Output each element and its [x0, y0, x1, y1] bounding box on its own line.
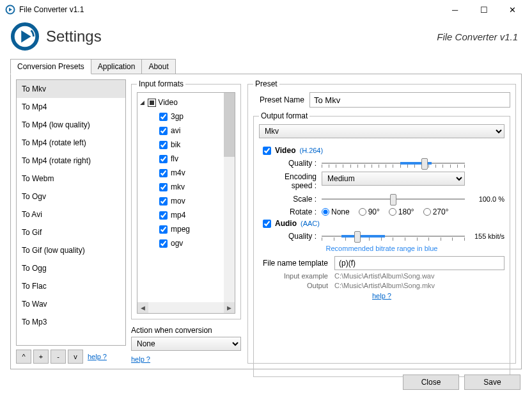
format-checkbox[interactable]	[159, 113, 168, 121]
list-item[interactable]: To Wav	[17, 295, 125, 313]
move-down-button[interactable]: v	[68, 350, 83, 364]
output-format-group: Output format Mkv Video (H.264) Quality …	[253, 111, 510, 377]
tab-conversion-presets[interactable]: Conversion Presets	[10, 59, 91, 74]
rotate-180[interactable]: 180°	[389, 207, 414, 216]
recommended-note: Recommended bitrate range in blue	[259, 245, 505, 252]
format-checkbox[interactable]	[159, 141, 168, 149]
preset-list-buttons: ^ + - v help ?	[16, 350, 126, 364]
audio-enable-checkbox[interactable]	[263, 220, 271, 228]
horizontal-scrollbar[interactable]: ◀▶	[137, 302, 235, 313]
video-enable-checkbox[interactable]	[263, 147, 271, 155]
tree-item[interactable]: flv	[140, 152, 235, 166]
window-title: File Converter v1.1	[19, 5, 441, 14]
close-button[interactable]: Close	[403, 375, 459, 390]
input-example-label: Input example	[259, 272, 334, 280]
list-item[interactable]: To Flac	[17, 277, 125, 295]
checkbox-mixed-icon[interactable]	[148, 99, 156, 107]
template-label: File name template	[259, 259, 334, 268]
brand-label: File Converter v1.1	[102, 31, 522, 42]
list-item[interactable]: To Webm	[17, 170, 125, 188]
preset-column: Preset Preset Name Output format Mkv Vid…	[247, 79, 516, 364]
video-label: Video	[275, 146, 295, 155]
move-up-button[interactable]: ^	[16, 350, 31, 364]
rotate-270[interactable]: 270°	[423, 207, 449, 216]
list-item[interactable]: To Gif	[17, 223, 125, 241]
rotate-90[interactable]: 90°	[359, 207, 380, 216]
list-item[interactable]: To Mp4 (rotate left)	[17, 134, 125, 152]
encoding-speed-label: Encoding speed :	[263, 172, 322, 190]
titlebar: File Converter v1.1 ─ ☐ ✕	[0, 0, 532, 19]
tree-item[interactable]: mpeg	[140, 222, 235, 236]
video-category: Video (H.264)	[263, 146, 505, 155]
list-item[interactable]: To Ogg	[17, 259, 125, 277]
help-link[interactable]: help ?	[131, 355, 150, 363]
tree-item[interactable]: mkv	[140, 180, 235, 194]
tree-root[interactable]: ◢ Video	[140, 95, 235, 109]
format-checkbox[interactable]	[159, 239, 168, 248]
preset-legend: Preset	[253, 79, 279, 88]
preset-name-input[interactable]	[309, 92, 510, 108]
header: Settings File Converter v1.1	[0, 19, 532, 58]
format-checkbox[interactable]	[159, 211, 168, 220]
page-title: Settings	[46, 28, 102, 45]
tree-item[interactable]: bik	[140, 138, 235, 152]
scale-slider[interactable]	[322, 193, 465, 206]
format-checkbox[interactable]	[159, 183, 168, 191]
rotate-label: Rotate :	[263, 207, 322, 216]
audio-quality-slider[interactable]	[322, 230, 465, 243]
logo-icon	[10, 22, 40, 51]
output-format-select[interactable]: Mkv	[259, 124, 505, 138]
tree-item[interactable]: m4v	[140, 166, 235, 180]
audio-label: Audio	[275, 219, 297, 228]
input-formats-group: Input formats ◢ Video 3gp avi bik flv m4…	[131, 79, 241, 319]
input-formats-legend: Input formats	[137, 79, 185, 88]
help-link[interactable]: help ?	[88, 353, 107, 360]
output-example-value: C:\Music\Artist\Album\Song.mkv	[334, 282, 505, 289]
audio-quality-label: Quality :	[263, 232, 322, 241]
list-item[interactable]: To Mp4 (rotate right)	[17, 152, 125, 170]
list-item[interactable]: To Gif (low quality)	[17, 241, 125, 259]
rotate-none[interactable]: None	[322, 207, 350, 216]
tree-item[interactable]: 3gp	[140, 109, 235, 124]
format-checkbox[interactable]	[159, 155, 168, 163]
tree-root-label: Video	[158, 98, 177, 107]
preset-sidebar: To Mkv To Mp4 To Mp4 (low quality) To Mp…	[16, 79, 126, 364]
tree-item[interactable]: avi	[140, 124, 235, 138]
format-checkbox[interactable]	[159, 127, 168, 135]
format-checkbox[interactable]	[159, 169, 168, 177]
template-input[interactable]	[334, 256, 505, 270]
tree-item[interactable]: mp4	[140, 208, 235, 222]
audio-codec: (AAC)	[301, 220, 320, 227]
list-item[interactable]: To Mp4	[17, 98, 125, 116]
encoding-speed-select[interactable]: Medium	[322, 172, 465, 186]
video-quality-slider[interactable]	[322, 157, 465, 170]
tab-application[interactable]: Application	[91, 59, 143, 74]
format-checkbox[interactable]	[159, 197, 168, 206]
list-item[interactable]: To Ogv	[17, 188, 125, 206]
tab-bar: Conversion Presets Application About	[0, 59, 532, 74]
minimize-button[interactable]: ─	[441, 1, 469, 19]
tree-item[interactable]: ogv	[140, 236, 235, 250]
help-link[interactable]: help ?	[372, 292, 391, 300]
save-button[interactable]: Save	[464, 375, 520, 390]
video-quality-label: Quality :	[263, 159, 322, 168]
format-checkbox[interactable]	[159, 225, 168, 234]
format-tree[interactable]: ◢ Video 3gp avi bik flv m4v mkv mov mp4 …	[137, 92, 235, 314]
preset-list[interactable]: To Mkv To Mp4 To Mp4 (low quality) To Mp…	[16, 79, 126, 346]
tree-item[interactable]: mov	[140, 194, 235, 208]
close-window-button[interactable]: ✕	[498, 1, 527, 19]
action-select[interactable]: None	[131, 337, 241, 351]
add-preset-button[interactable]: +	[33, 350, 49, 364]
list-item[interactable]: To Mp4 (low quality)	[17, 116, 125, 134]
remove-preset-button[interactable]: -	[51, 350, 66, 364]
maximize-button[interactable]: ☐	[469, 1, 498, 19]
list-item[interactable]: To Mp3	[17, 313, 125, 331]
list-item[interactable]: To Avi	[17, 206, 125, 223]
vertical-scrollbar[interactable]	[224, 93, 235, 302]
audio-quality-value: 155 kbit/s	[465, 232, 505, 240]
list-item[interactable]: To Mkv	[17, 80, 125, 98]
scale-value: 100.0 %	[465, 195, 505, 203]
action-label: Action when conversion	[131, 326, 241, 335]
tab-about[interactable]: About	[141, 59, 175, 74]
output-example-label: Output	[259, 282, 334, 289]
